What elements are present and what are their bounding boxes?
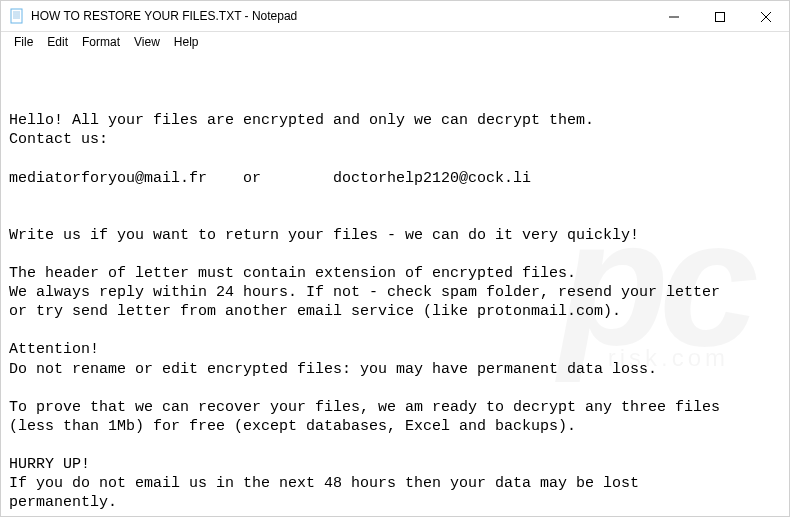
minimize-button[interactable] bbox=[651, 1, 697, 32]
menu-edit[interactable]: Edit bbox=[40, 33, 75, 51]
close-button[interactable] bbox=[743, 1, 789, 32]
text-line: or try send letter from another email se… bbox=[9, 303, 621, 320]
maximize-button[interactable] bbox=[697, 1, 743, 32]
titlebar: HOW TO RESTORE YOUR FILES.TXT - Notepad bbox=[1, 1, 789, 32]
window-controls bbox=[651, 1, 789, 31]
menu-view[interactable]: View bbox=[127, 33, 167, 51]
text-line: permanently. bbox=[9, 494, 117, 511]
window-title: HOW TO RESTORE YOUR FILES.TXT - Notepad bbox=[31, 9, 651, 23]
text-line: To prove that we can recover your files,… bbox=[9, 399, 720, 416]
text-line: HURRY UP! bbox=[9, 456, 90, 473]
notepad-icon bbox=[9, 8, 25, 24]
text-line: The header of letter must contain extens… bbox=[9, 265, 576, 282]
text-line: (less than 1Mb) for free (except databas… bbox=[9, 418, 576, 435]
text-line: Attention! bbox=[9, 341, 99, 358]
text-line: Hello! All your files are encrypted and … bbox=[9, 112, 594, 129]
menu-help[interactable]: Help bbox=[167, 33, 206, 51]
svg-rect-6 bbox=[716, 12, 725, 21]
text-line: Do not rename or edit encrypted files: y… bbox=[9, 361, 657, 378]
text-line: We always reply within 24 hours. If not … bbox=[9, 284, 720, 301]
menu-format[interactable]: Format bbox=[75, 33, 127, 51]
text-area[interactable]: pc risk.com Hello! All your files are en… bbox=[1, 52, 789, 514]
text-line: Write us if you want to return your file… bbox=[9, 227, 639, 244]
text-line: Contact us: bbox=[9, 131, 108, 148]
menubar: File Edit Format View Help bbox=[1, 32, 789, 52]
text-line: If you do not email us in the next 48 ho… bbox=[9, 475, 639, 492]
text-line: mediatorforyou@mail.fr or doctorhelp2120… bbox=[9, 170, 531, 187]
menu-file[interactable]: File bbox=[7, 33, 40, 51]
